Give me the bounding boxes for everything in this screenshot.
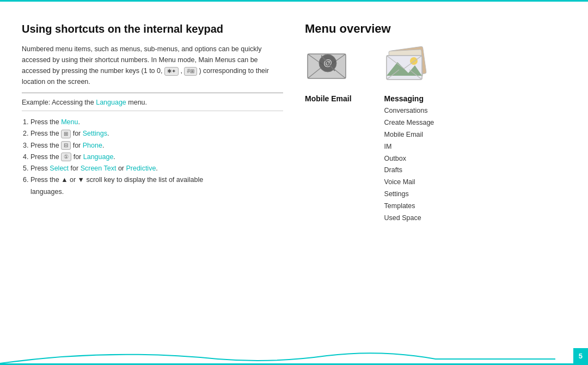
menu-overview-heading: Menu overview — [305, 22, 566, 36]
step-5: 5. Press Select for Screen Text or Predi… — [22, 163, 283, 174]
comma-sep: , — [180, 67, 184, 75]
step-1: 1. Press the Menu. — [22, 117, 283, 128]
icons-row: @ — [305, 46, 566, 86]
example-prefix: Example: Accessing the — [22, 99, 96, 106]
messaging-icon — [381, 46, 430, 84]
step-6-cont: languages. — [22, 186, 283, 198]
main-content: Using shortcuts on the internal keypad N… — [22, 11, 566, 343]
messaging-label: Messaging — [384, 94, 434, 103]
messaging-item: Outbox — [384, 153, 434, 165]
divider-1 — [22, 93, 283, 93]
right-column: Menu overview @ — [305, 11, 566, 343]
left-heading: Using shortcuts on the internal keypad — [22, 22, 283, 36]
messaging-item: Settings — [384, 188, 434, 200]
mobile-email-icon: @ — [305, 46, 348, 84]
page-number: 5 — [573, 348, 588, 363]
step-3: 3. Press the ⊟ for Phone. — [22, 140, 283, 151]
messaging-item: Drafts — [384, 165, 434, 177]
example-suffix: menu. — [126, 99, 147, 106]
messaging-item: Conversations — [384, 105, 434, 117]
messaging-icon-container — [381, 46, 430, 86]
step-2: 2. Press the ⊞ for Settings. — [22, 128, 283, 139]
example-highlight: Language — [96, 99, 126, 106]
step-4: 4. Press the ① for Language. — [22, 151, 283, 163]
messaging-item: Used Space — [384, 212, 434, 224]
top-accent-line — [0, 0, 588, 2]
mobile-email-label: Mobile Email — [305, 94, 352, 103]
messaging-item: Templates — [384, 200, 434, 212]
example-line: Example: Accessing the Language menu. — [22, 99, 283, 106]
body-paragraph: Numbered menu items, such as menus, sub-… — [22, 44, 283, 87]
messaging-item: Mobile Email — [384, 129, 434, 141]
bottom-curve-decoration — [0, 348, 555, 363]
mobile-email-icon-container: @ — [305, 46, 348, 86]
key-icon-hash: #⊞ — [184, 67, 197, 76]
messaging-items: ConversationsCreate MessageMobile EmailI… — [384, 105, 434, 224]
bottom-bar: 5 — [573, 348, 588, 363]
messaging-item: Voice Mail — [384, 177, 434, 188]
menu-columns: Mobile Email Messaging ConversationsCrea… — [305, 94, 566, 224]
steps-list: 1. Press the Menu. 2. Press the ⊞ for Se… — [22, 117, 283, 198]
divider-2 — [22, 111, 283, 111]
messaging-item: IM — [384, 141, 434, 153]
mobile-email-column: Mobile Email — [305, 94, 352, 224]
left-column: Using shortcuts on the internal keypad N… — [22, 11, 283, 343]
messaging-item: Create Message — [384, 117, 434, 129]
step-6: 6. Press the ▲ or ▼ scroll key to displa… — [22, 174, 283, 186]
messaging-column: Messaging ConversationsCreate MessageMob… — [384, 94, 434, 224]
key-icon-star: ✱✦ — [164, 67, 179, 76]
